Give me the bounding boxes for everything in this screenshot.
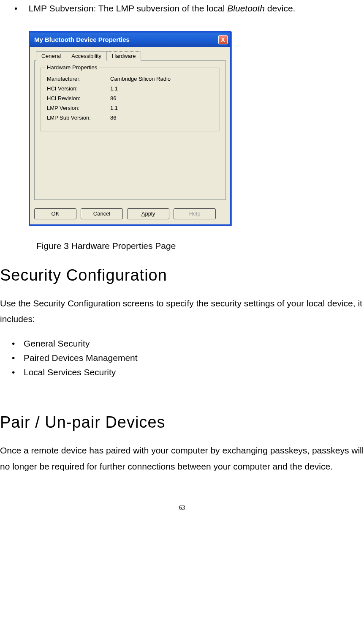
dialog-title: My Bluetooth Device Properties <box>34 36 130 43</box>
tab-general[interactable]: General <box>36 51 66 61</box>
close-button[interactable]: X <box>218 35 228 44</box>
prop-label: HCI Revision: <box>47 95 110 101</box>
pair-paragraph: Once a remote device has paired with you… <box>0 431 364 475</box>
intro-prefix: LMP Subversion: The LMP subversion of th… <box>29 3 227 13</box>
tab-accessibility[interactable]: Accessibility <box>66 51 107 61</box>
prop-row-hci-revision: HCI Revision: 86 <box>47 93 213 103</box>
intro-italic: Bluetooth <box>227 3 265 13</box>
groupbox-legend: Hardware Properties <box>45 64 99 71</box>
prop-row-manufacturer: Manufacturer: Cambridge Silicon Radio <box>47 74 213 84</box>
cancel-button[interactable]: Cancel <box>81 208 123 219</box>
tab-panel-hardware: Hardware Properties Manufacturer: Cambri… <box>34 60 226 200</box>
page-number: 63 <box>0 475 364 511</box>
list-item: Local Services Security <box>0 365 364 380</box>
prop-label: LMP Sub Version: <box>47 115 110 121</box>
dialog-buttons: OK Cancel Apply Help <box>30 204 230 224</box>
figure-caption: Figure 3 Hardware Properties Page <box>0 226 364 251</box>
heading-pair-unpair: Pair / Un-pair Devices <box>0 380 364 431</box>
list-item: General Security <box>0 336 364 351</box>
apply-button[interactable]: Apply <box>127 208 169 219</box>
help-button: Help <box>174 208 216 219</box>
intro-suffix: device. <box>265 3 295 13</box>
intro-bullet: LMP Subversion: The LMP subversion of th… <box>0 0 364 15</box>
prop-value: Cambridge Silicon Radio <box>110 76 213 82</box>
prop-row-hci-version: HCI Version: 1.1 <box>47 84 213 93</box>
list-item: Paired Devices Management <box>0 351 364 365</box>
prop-value: 1.1 <box>110 85 213 92</box>
prop-label: HCI Version: <box>47 85 110 92</box>
properties-dialog: My Bluetooth Device Properties X General… <box>29 31 231 226</box>
security-paragraph: Use the Security Configuration screens t… <box>0 284 364 328</box>
prop-value: 1.1 <box>110 105 213 111</box>
tab-hardware[interactable]: Hardware <box>106 51 141 61</box>
dialog-titlebar: My Bluetooth Device Properties X <box>30 33 230 47</box>
prop-value: 86 <box>110 95 213 101</box>
ok-button[interactable]: OK <box>34 208 76 219</box>
hardware-properties-group: Hardware Properties Manufacturer: Cambri… <box>41 68 220 131</box>
security-list: General Security Paired Devices Manageme… <box>0 327 364 380</box>
prop-label: LMP Version: <box>47 105 110 111</box>
heading-security-configuration: Security Configuration <box>0 251 364 284</box>
prop-label: Manufacturer: <box>47 76 110 82</box>
prop-value: 86 <box>110 115 213 121</box>
close-icon: X <box>221 36 225 43</box>
prop-row-lmp-version: LMP Version: 1.1 <box>47 103 213 113</box>
tabs: General Accessibility Hardware <box>34 51 226 61</box>
prop-row-lmp-subversion: LMP Sub Version: 86 <box>47 113 213 123</box>
